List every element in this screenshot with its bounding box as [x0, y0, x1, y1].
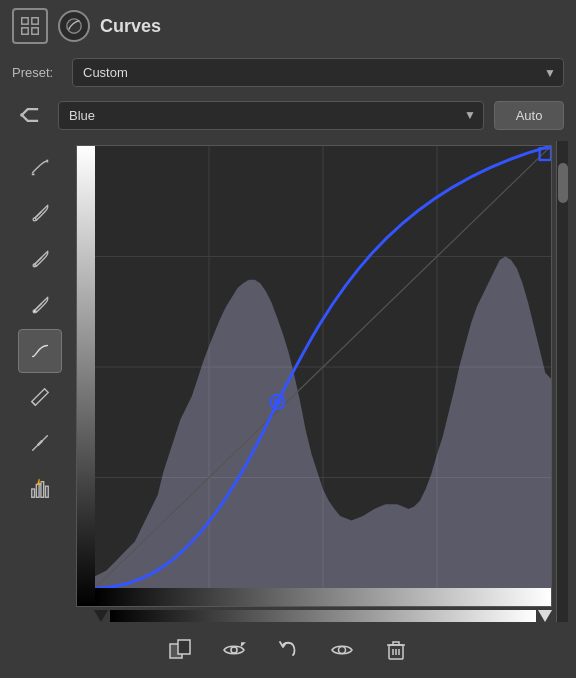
slider-track [110, 610, 536, 622]
svg-rect-0 [22, 18, 28, 24]
bottom-toolbar [0, 622, 576, 678]
nodes-button[interactable] [18, 421, 62, 465]
bottom-gradient-bar [95, 588, 551, 606]
panel-title: Curves [100, 16, 161, 37]
svg-rect-30 [178, 640, 190, 654]
channel-select-wrapper[interactable]: Blue RGB Red Green Luminosity ▼ [58, 101, 484, 130]
svg-rect-1 [32, 18, 38, 24]
header: Curves [0, 0, 576, 52]
svg-point-27 [274, 398, 281, 405]
preview-button[interactable] [322, 630, 362, 670]
svg-rect-2 [22, 28, 28, 34]
svg-line-10 [35, 303, 42, 310]
histogram-warning-button[interactable] [18, 467, 62, 511]
svg-point-11 [33, 310, 36, 313]
svg-point-9 [33, 264, 36, 267]
svg-point-32 [339, 647, 346, 654]
channel-select[interactable]: Blue RGB Red Green Luminosity [58, 101, 484, 130]
right-scrollbar[interactable] [556, 141, 568, 622]
svg-point-18 [40, 483, 41, 484]
svg-line-12 [38, 441, 42, 445]
svg-point-7 [33, 218, 36, 221]
channel-icon [12, 97, 48, 133]
eyedropper-black-button[interactable] [18, 191, 62, 235]
curves-circle-icon [58, 10, 90, 42]
curve-sliders [76, 607, 552, 622]
auto-button[interactable]: Auto [494, 101, 564, 130]
clip-to-below-button[interactable] [160, 630, 200, 670]
delete-button[interactable] [376, 630, 416, 670]
svg-rect-16 [46, 486, 49, 497]
preset-row: Preset: Custom Default Strong Contrast L… [0, 52, 576, 93]
curve-area [76, 141, 556, 622]
black-point-slider[interactable] [94, 610, 108, 622]
channel-row: Blue RGB Red Green Luminosity ▼ Auto [0, 93, 576, 141]
svg-rect-15 [41, 482, 44, 498]
main-area [0, 141, 576, 622]
svg-rect-3 [32, 28, 38, 34]
svg-line-6 [35, 211, 42, 218]
left-toolbar [4, 141, 76, 622]
undo-button[interactable] [268, 630, 308, 670]
curves-panel: Curves Preset: Custom Default Strong Con… [0, 0, 576, 678]
svg-rect-13 [32, 489, 35, 497]
curve-svg [95, 146, 551, 588]
left-gradient-bar [77, 146, 95, 606]
preset-select[interactable]: Custom Default Strong Contrast Linear Me… [72, 58, 564, 87]
scrollbar-thumb[interactable] [558, 163, 568, 203]
preset-label: Preset: [12, 65, 62, 80]
pencil-button[interactable] [18, 375, 62, 419]
chart-inner [95, 146, 551, 588]
svg-rect-14 [36, 484, 39, 497]
svg-line-8 [35, 257, 42, 264]
white-point-slider[interactable] [538, 610, 552, 622]
eyedropper-white-button[interactable] [18, 283, 62, 327]
eyedropper-mid-button[interactable] [18, 237, 62, 281]
preset-select-wrapper[interactable]: Custom Default Strong Contrast Linear Me… [72, 58, 564, 87]
smooth-curve-button[interactable] [18, 329, 62, 373]
curve-canvas[interactable] [76, 145, 552, 607]
visibility-button[interactable] [214, 630, 254, 670]
svg-point-31 [231, 647, 237, 653]
grid-icon[interactable] [12, 8, 48, 44]
curves-tool-button[interactable] [18, 145, 62, 189]
